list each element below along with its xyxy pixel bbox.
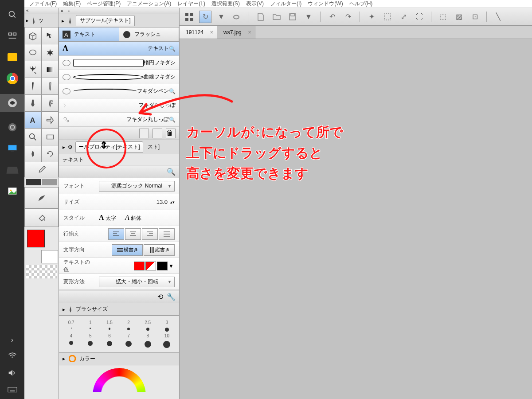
collapse-handle[interactable]: « [24,8,59,14]
subtool-item-curve-balloon[interactable]: 曲線フキダシ [59,70,179,84]
task-view-icon[interactable] [7,30,18,42]
text-color-main[interactable] [134,262,145,270]
brush-size-7[interactable]: 7 [120,333,137,348]
tool-tab[interactable]: ▸ツ [24,14,59,27]
wifi-icon[interactable] [8,352,17,361]
redo-icon[interactable]: ↷ [342,11,354,23]
brush-size-3[interactable]: 3 [158,320,176,332]
subtool-tab[interactable]: サブツール[テキスト] [76,15,135,26]
foreground-color[interactable] [27,230,45,247]
brush-tab[interactable]: ▸ブラシサイズ [59,303,179,316]
brush-size-1.5[interactable]: 1.5 [101,320,118,332]
brush-size-6[interactable]: 6 [101,333,118,348]
color-opt1-icon[interactable] [139,355,147,363]
menu-page[interactable]: ページ管理(P) [87,0,121,8]
close-icon[interactable]: × [210,29,213,35]
tablet-icon[interactable] [5,165,19,176]
tool-pen[interactable] [24,78,42,95]
clip-studio-taskbar-icon[interactable] [0,94,24,112]
bold-button[interactable]: A 太字 [99,214,116,222]
text-color-black[interactable] [157,262,168,270]
brush-size-0.7[interactable]: 0.7 [63,320,80,332]
text-color-sub[interactable] [145,262,156,270]
color-tab-label[interactable]: カラー [79,355,95,363]
tool-zoom[interactable] [24,129,42,145]
volume-icon[interactable] [8,369,17,379]
menu-window[interactable]: ウィンドウ(W) [308,0,343,8]
color-opt4-icon[interactable] [171,355,179,363]
monitor-icon[interactable] [7,143,18,154]
grid-icon[interactable] [183,11,196,23]
app-icon[interactable] [7,121,18,133]
tool-burst[interactable] [42,44,59,61]
italic-button[interactable]: A 斜体 [125,214,141,222]
panel-collapse[interactable]: « ‹ [59,8,179,14]
dropdown2-icon[interactable]: ▼ [302,11,315,23]
new-doc-icon[interactable] [254,11,267,23]
align-right-button[interactable] [142,228,158,240]
brush-size-2.5[interactable]: 2.5 [139,320,156,332]
brush-size-2[interactable]: 2 [120,320,137,332]
tool-frame[interactable] [42,129,59,145]
tool-blur[interactable] [24,145,42,162]
size-value[interactable]: 13.0 [156,199,168,205]
tool-move[interactable] [42,27,59,44]
background-color[interactable] [41,250,58,263]
menu-animation[interactable]: アニメーション(A) [127,0,171,8]
brush-size-5[interactable]: 5 [82,333,99,348]
search-icon[interactable]: 🔍 [167,168,176,176]
subtool-cat-text[interactable]: Aテキスト [59,27,119,41]
chrome-icon[interactable] [7,73,18,84]
tool-airbrush[interactable] [42,95,59,112]
sel-shrink-icon[interactable]: ⤢ [397,11,410,23]
subtool-item-text[interactable]: Aテキスト🔍 [59,42,179,56]
sel-expand-icon[interactable]: ⛶ [413,11,426,23]
subtool-cat-flash[interactable]: フラッシュ [119,27,180,41]
dropdown-icon[interactable]: ▼ [215,11,227,23]
loading-icon[interactable]: ⟲ [157,293,163,301]
tool-eyedropper[interactable] [24,162,59,177]
brush-size-10[interactable]: 10 [158,333,176,348]
color-opt3-icon[interactable] [160,355,168,363]
save-icon[interactable] [286,11,299,23]
align-center-button[interactable] [125,228,141,240]
color-light[interactable] [42,179,57,185]
menu-view[interactable]: 表示(V) [246,0,264,8]
tool-balloon[interactable] [42,112,59,129]
sel1-icon[interactable]: ✦ [365,11,378,23]
tool-pencil[interactable] [42,78,59,95]
refresh-icon[interactable]: ↻ [199,11,211,23]
open-icon[interactable] [270,11,283,23]
tool-brush[interactable] [24,95,42,112]
color-wheel[interactable] [59,365,179,392]
ruler3-icon[interactable]: ⊡ [469,11,481,23]
menu-selection[interactable]: 選択範囲(S) [211,0,240,8]
loop-icon[interactable] [231,11,243,23]
chevron-right-icon[interactable]: › [11,336,13,344]
brush-size-4[interactable]: 4 [63,333,80,348]
tool-fin[interactable] [24,187,59,208]
tool-rotate[interactable] [42,145,59,162]
color-dark[interactable] [26,179,41,185]
color-opt2-icon[interactable] [150,355,158,363]
align-left-button[interactable] [108,228,124,240]
search-icon[interactable] [7,9,18,20]
tool-perspective[interactable] [24,27,42,44]
color-dropdown-icon[interactable]: ▼ [168,263,175,269]
dir-vertical-button[interactable]: 縦書き [144,244,175,256]
keyboard-icon[interactable] [8,387,17,395]
menu-help[interactable]: ヘルプ(H) [349,0,373,8]
transparency-swatch[interactable] [26,265,57,278]
picture-icon[interactable] [7,185,18,197]
close-icon[interactable]: × [248,29,251,35]
wrench-icon[interactable]: 🔧 [167,293,176,301]
transform-dropdown[interactable]: 拡大・縮小・回転 [99,277,175,287]
tool-wand[interactable] [24,61,42,78]
brush-size-8[interactable]: 8 [139,333,156,348]
tool-gradient[interactable] [42,61,59,78]
tool-bucket[interactable] [24,208,59,227]
menu-edit[interactable]: 編集(E) [63,0,81,8]
dir-horizontal-button[interactable]: 横書き [112,244,143,256]
menu-file[interactable]: ファイル(F) [29,0,57,8]
tool-lasso[interactable] [24,44,42,61]
